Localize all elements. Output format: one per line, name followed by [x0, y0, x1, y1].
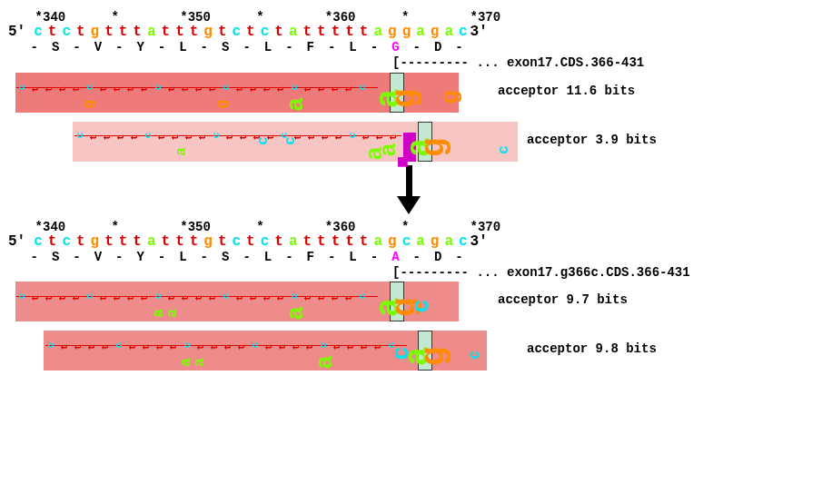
base-t: t [272, 233, 286, 250]
base-g: g [88, 233, 103, 250]
amino-char: - [236, 250, 257, 264]
amino-char: S [215, 40, 236, 54]
amino-char: A [385, 250, 406, 264]
logo-small-t: t [30, 295, 41, 301]
mutation-arrow-shaft [406, 165, 412, 200]
logo-small-t: t [156, 134, 167, 141]
amino-char: - [193, 250, 214, 264]
five-prime-label: 5' [8, 233, 23, 250]
logo-small-t: t [59, 344, 70, 351]
base-t: t [102, 233, 116, 250]
logo-small-t: t [30, 86, 41, 93]
logo-small-t: t [100, 344, 111, 351]
amino-char: S [45, 250, 65, 264]
logo-small-c: c [16, 84, 27, 91]
amino-char: F [300, 250, 321, 264]
logo-small-t: t [359, 344, 370, 351]
logo-small-t: t [277, 344, 288, 351]
logo-small-t: t [238, 134, 249, 141]
three-prime-label: 3' [470, 233, 485, 250]
base-t: t [215, 233, 230, 250]
amino-char: S [215, 250, 236, 264]
logo-small-t: t [170, 134, 181, 141]
logo-small-c: c [84, 84, 95, 91]
logo-letter-a: a [362, 146, 389, 161]
base-a: a [144, 233, 159, 250]
logo-small-t: t [306, 134, 317, 141]
amino-char: - [66, 250, 87, 264]
base-t: t [272, 24, 286, 40]
base-t: t [74, 24, 88, 40]
logo-small-t: t [125, 295, 136, 301]
base-c: c [400, 233, 414, 250]
logo-small-t: t [166, 86, 177, 93]
base-t: t [45, 24, 60, 40]
logo-letter-c: c [467, 351, 483, 360]
logo-small-t: t [265, 134, 276, 141]
logo-small-t: t [304, 344, 315, 351]
logo-small-c: c [182, 342, 193, 349]
logo-small-t: t [223, 344, 233, 351]
base-g: g [428, 24, 442, 40]
amino-char: - [151, 250, 172, 264]
base-t: t [357, 24, 371, 40]
logo-small-t: t [388, 134, 399, 141]
base-a: a [441, 233, 456, 250]
base-t: t [300, 24, 314, 40]
base-t: t [329, 24, 343, 40]
logo-small-t: t [112, 86, 123, 93]
base-a: a [286, 233, 301, 250]
logo-letter-a: a [282, 306, 310, 321]
base-a: a [413, 233, 428, 250]
logo-small-t: t [180, 295, 191, 301]
logo-small-t: t [330, 295, 341, 301]
sequence-bottom: 5' ctctgtttatttgtctctatttttagcagac3' [8, 233, 484, 250]
base-t: t [243, 24, 258, 40]
logo-small-t: t [316, 86, 327, 93]
logo-small-t: t [86, 344, 97, 351]
logo-small-c: c [221, 84, 232, 91]
logo-small-c: c [347, 133, 358, 139]
logo-small-t: t [197, 134, 208, 141]
logo-small-t: t [262, 295, 272, 301]
base-t: t [342, 24, 357, 40]
amino-char: - [24, 250, 45, 264]
base-t: t [130, 24, 144, 40]
acceptor-label-2: acceptor 3.9 bits [527, 133, 657, 147]
logo-letter-g: g [416, 138, 453, 158]
logo-letter-g: g [437, 90, 464, 104]
logo-small-c: c [279, 133, 290, 139]
logo-small-t: t [248, 86, 259, 93]
base-c: c [230, 24, 244, 40]
logo-small-t: t [154, 344, 165, 351]
acceptor-label-1: acceptor 11.6 bits [498, 84, 635, 98]
base-t: t [116, 24, 131, 40]
logo-small-t: t [127, 344, 138, 351]
logo-small-t: t [207, 86, 218, 93]
logo-small-t: t [275, 295, 286, 301]
amino-char: - [321, 250, 342, 264]
amino-char: V [87, 40, 108, 54]
logo-small-t: t [129, 134, 140, 141]
logo-small-t: t [252, 134, 262, 141]
base-t: t [173, 24, 187, 40]
logo-small-t: t [44, 295, 54, 301]
amino-char: - [151, 40, 172, 54]
base-a: a [371, 233, 385, 250]
base-a: a [413, 24, 428, 40]
amino-char: - [406, 40, 427, 54]
amino-char: D [427, 250, 448, 264]
logo-small-t: t [263, 344, 274, 351]
amino-char: D [427, 40, 448, 54]
logo-letter-a: a [192, 358, 208, 367]
logo-small-c: c [289, 293, 300, 300]
logo-small-c: c [143, 133, 154, 139]
logo-small-t: t [320, 134, 331, 141]
logo-small-t: t [207, 295, 218, 301]
base-c: c [456, 233, 470, 250]
logo-small-t: t [141, 344, 152, 351]
base-t: t [130, 233, 144, 250]
logo-letter-a: a [282, 97, 310, 112]
logo-small-t: t [343, 86, 354, 93]
logo-letter-a: a [173, 147, 190, 156]
